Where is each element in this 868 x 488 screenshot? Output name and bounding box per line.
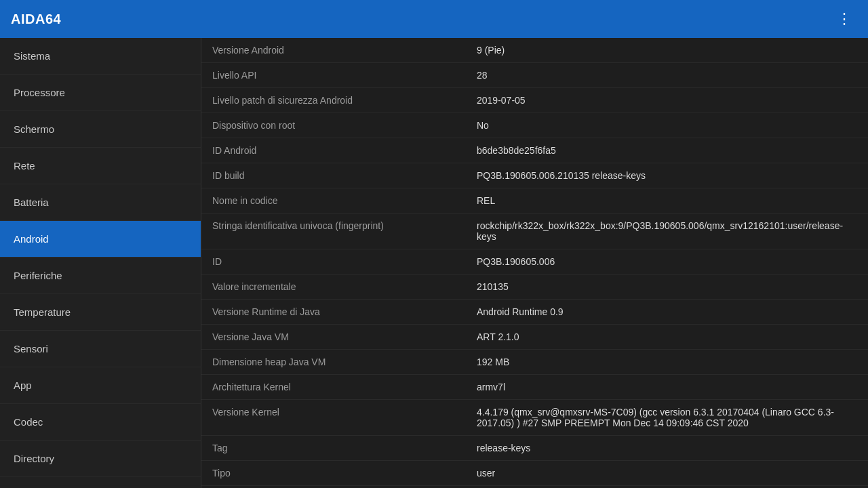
app-title: AIDA64 bbox=[11, 12, 61, 27]
table-row: Versione Runtime di JavaAndroid Runtime … bbox=[201, 300, 868, 325]
row-label: Versione Runtime di Java bbox=[201, 300, 466, 325]
table-row: Versione Java VMART 2.1.0 bbox=[201, 325, 868, 350]
row-value: armv7l bbox=[466, 375, 868, 400]
row-value: PQ3B.190605.006.210135 release-keys bbox=[466, 163, 868, 188]
sidebar-item-batteria[interactable]: Batteria bbox=[0, 184, 201, 221]
row-value: b6de3b8de25f6fa5 bbox=[466, 138, 868, 163]
app-header: AIDA64 ⋮ bbox=[0, 0, 868, 38]
row-value: 210135 bbox=[466, 274, 868, 300]
sidebar-item-temperature[interactable]: Temperature bbox=[0, 294, 201, 331]
sidebar-item-periferiche[interactable]: Periferiche bbox=[0, 258, 201, 294]
table-row: Tagrelease-keys bbox=[201, 436, 868, 461]
row-label: Valore incrementale bbox=[201, 274, 466, 300]
table-row: IDPQ3B.190605.006 bbox=[201, 249, 868, 274]
more-options-icon[interactable]: ⋮ bbox=[831, 7, 857, 30]
table-row: Livello patch di sicurezza Android2019-0… bbox=[201, 88, 868, 113]
sidebar-item-app[interactable]: App bbox=[0, 367, 201, 404]
row-label: Stringa identificativa univoca (fingerpr… bbox=[201, 214, 466, 249]
row-label: Tag bbox=[201, 436, 466, 461]
sidebar-item-schermo[interactable]: Schermo bbox=[0, 111, 201, 148]
row-label: Architettura Kernel bbox=[201, 375, 466, 400]
row-label: Versione Kernel bbox=[201, 400, 466, 436]
sidebar-item-codec[interactable]: Codec bbox=[0, 404, 201, 441]
row-label: Livello patch di sicurezza Android bbox=[201, 88, 466, 113]
row-value: Android Runtime 0.9 bbox=[466, 300, 868, 325]
table-row: Stringa identificativa univoca (fingerpr… bbox=[201, 214, 868, 249]
android-info-table: Versione Android9 (Pie)Livello API28Live… bbox=[201, 38, 868, 488]
row-label: ID bbox=[201, 249, 466, 274]
table-row: ID Androidb6de3b8de25f6fa5 bbox=[201, 138, 868, 163]
sidebar-item-directory[interactable]: Directory bbox=[0, 441, 201, 477]
sidebar-item-file-di-sistema[interactable]: File di sistema bbox=[0, 477, 201, 488]
row-label: Nome in codice bbox=[201, 188, 466, 214]
row-value: PQ3B.190605.006 bbox=[466, 249, 868, 274]
table-row: ID buildPQ3B.190605.006.210135 release-k… bbox=[201, 163, 868, 188]
row-value: REL bbox=[466, 188, 868, 214]
sidebar-item-rete[interactable]: Rete bbox=[0, 148, 201, 184]
row-label: ID Android bbox=[201, 138, 466, 163]
row-label: Livello API bbox=[201, 63, 466, 88]
row-label: Versione Android bbox=[201, 38, 466, 63]
row-value: 4.4.179 (qmx_srv@qmxsrv-MS-7C09) (gcc ve… bbox=[466, 400, 868, 436]
row-value: 9 (Pie) bbox=[466, 38, 868, 63]
table-row: Versione Kernel4.4.179 (qmx_srv@qmxsrv-M… bbox=[201, 400, 868, 436]
row-label: Versione di Google Play Services bbox=[201, 486, 466, 489]
row-value: 28 bbox=[466, 63, 868, 88]
content-area: Versione Android9 (Pie)Livello API28Live… bbox=[201, 38, 868, 488]
table-row: Versione Android9 (Pie) bbox=[201, 38, 868, 63]
row-label: Dispositivo con root bbox=[201, 113, 466, 138]
row-value: 21.39.16 (110302-402663742) bbox=[466, 486, 868, 489]
sidebar-item-sensori[interactable]: Sensori bbox=[0, 331, 201, 367]
table-row: Nome in codiceREL bbox=[201, 188, 868, 214]
row-value: 2019-07-05 bbox=[466, 88, 868, 113]
main-layout: SistemaProcessoreSchermoReteBatteriaAndr… bbox=[0, 38, 868, 488]
table-row: Architettura Kernelarmv7l bbox=[201, 375, 868, 400]
table-row: Valore incrementale210135 bbox=[201, 274, 868, 300]
table-row: Dispositivo con rootNo bbox=[201, 113, 868, 138]
row-value: No bbox=[466, 113, 868, 138]
table-row: Versione di Google Play Services21.39.16… bbox=[201, 486, 868, 489]
row-label: Tipo bbox=[201, 461, 466, 486]
table-row: Livello API28 bbox=[201, 63, 868, 88]
table-row: Dimensione heap Java VM192 MB bbox=[201, 350, 868, 375]
row-value: ART 2.1.0 bbox=[466, 325, 868, 350]
row-value: rockchip/rk322x_box/rk322x_box:9/PQ3B.19… bbox=[466, 214, 868, 249]
row-value: release-keys bbox=[466, 436, 868, 461]
sidebar: SistemaProcessoreSchermoReteBatteriaAndr… bbox=[0, 38, 201, 488]
sidebar-item-android[interactable]: Android bbox=[0, 221, 201, 258]
row-value: user bbox=[466, 461, 868, 486]
table-row: Tipouser bbox=[201, 461, 868, 486]
row-value: 192 MB bbox=[466, 350, 868, 375]
sidebar-item-processore[interactable]: Processore bbox=[0, 75, 201, 111]
row-label: ID build bbox=[201, 163, 466, 188]
row-label: Versione Java VM bbox=[201, 325, 466, 350]
row-label: Dimensione heap Java VM bbox=[201, 350, 466, 375]
sidebar-item-sistema[interactable]: Sistema bbox=[0, 38, 201, 75]
